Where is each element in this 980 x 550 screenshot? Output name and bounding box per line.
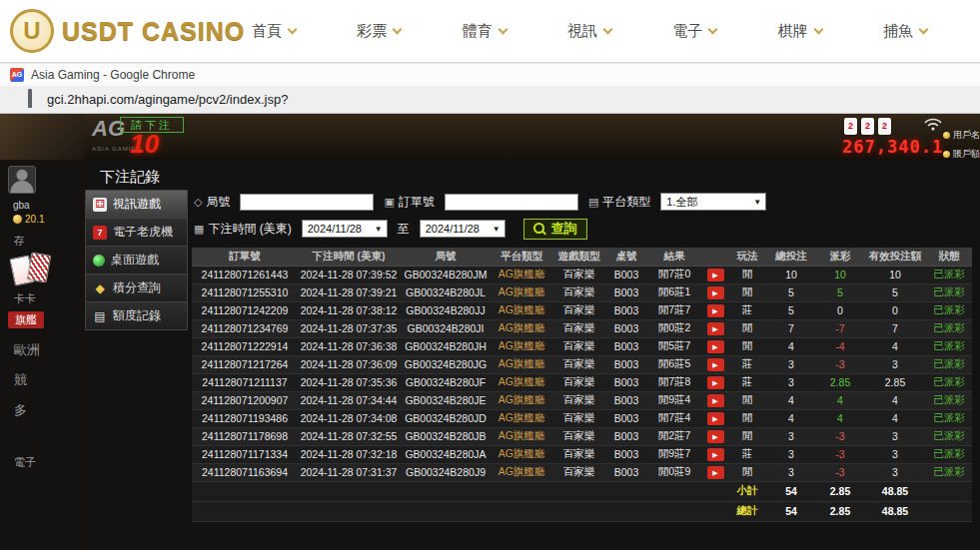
records-icon: ▤ bbox=[93, 309, 107, 323]
cell-bet-type: 閒 bbox=[728, 409, 766, 427]
cell-total-bet: 3 bbox=[766, 427, 816, 445]
nav-item[interactable]: 體育 bbox=[463, 22, 506, 41]
filter-row-1: ◇ 局號 ▣ 訂單號 ▤ 平台類型 1.全部 ▼ bbox=[194, 191, 976, 213]
date-from-select[interactable]: 2024/11/28 ▼ bbox=[302, 220, 388, 238]
total-label: 總計 bbox=[728, 501, 766, 521]
status-badge: 已派彩 bbox=[926, 409, 972, 427]
replay-button[interactable]: ▶ bbox=[707, 304, 724, 317]
cell-table-no: B003 bbox=[606, 319, 646, 337]
column-header: 總投注 bbox=[766, 248, 816, 266]
cell-platform: AG旗艦廳 bbox=[491, 319, 551, 337]
cell-bet-time: 2024-11-28 07:34:08 bbox=[298, 409, 400, 427]
points-icon: ◆ bbox=[93, 281, 107, 295]
nav-item[interactable]: 彩票 bbox=[357, 22, 401, 41]
cell-bet-type: 閒 bbox=[728, 337, 766, 355]
sidebar-item[interactable]: 7 電子老虎機 bbox=[85, 218, 188, 247]
modal-title: 下注記錄 bbox=[85, 160, 980, 193]
replay-button[interactable]: ▶ bbox=[707, 466, 724, 479]
sidebar-item[interactable]: ⚃ 視訊遊戲 bbox=[85, 190, 188, 219]
account-dot-icon bbox=[943, 151, 950, 158]
nav-item[interactable]: 首頁 bbox=[252, 22, 296, 41]
lobby-menu-fragment: 存 bbox=[14, 234, 25, 249]
sidebar-item[interactable]: 桌面遊戲 bbox=[85, 246, 188, 275]
replay-button[interactable]: ▶ bbox=[707, 269, 724, 281]
status-badge: 已派彩 bbox=[926, 266, 972, 283]
cell-bet-time: 2024-11-28 07:35:36 bbox=[298, 373, 400, 391]
cards-image bbox=[12, 254, 56, 287]
cell-round-id: GB00324B280JF bbox=[400, 373, 491, 391]
cell-payout: -7 bbox=[816, 319, 864, 337]
cell-result: 閒5莊7 bbox=[646, 337, 702, 355]
chevron-down-icon: ▼ bbox=[753, 198, 761, 207]
cell-replay: ▶ bbox=[702, 409, 728, 427]
cell-valid-bet: 3 bbox=[864, 355, 926, 373]
table-row: 241128071242209 2024-11-28 07:38:12 GB00… bbox=[192, 301, 972, 319]
sidebar-item[interactable]: ◆ 積分查詢 bbox=[85, 274, 188, 302]
search-button-label: 查詢 bbox=[551, 220, 577, 238]
lock-icon[interactable] bbox=[28, 91, 38, 109]
bet-table-totals: 小計 54 2.85 48.85 總計 54 2.85 48.85 bbox=[192, 481, 972, 521]
nav-item[interactable]: 電子 bbox=[672, 22, 716, 41]
cell-total-bet: 3 bbox=[766, 463, 816, 481]
filter-row-2: ▦ 下注時間 (美東) 2024/11/28 ▼ 至 2024/11/28 ▼ bbox=[194, 218, 976, 240]
cell-result: 閒9莊4 bbox=[646, 391, 702, 409]
cell-platform: AG旗艦廳 bbox=[491, 337, 551, 355]
date-to-select[interactable]: 2024/11/28 ▼ bbox=[420, 220, 505, 238]
cell-replay: ▶ bbox=[702, 391, 728, 409]
main-nav: 首頁 彩票 體育 視訊 電子 棋牌 捕魚 bbox=[252, 0, 927, 62]
nav-item[interactable]: 捕魚 bbox=[883, 22, 927, 41]
records-content: ◇ 局號 ▣ 訂單號 ▤ 平台類型 1.全部 ▼ bbox=[192, 191, 976, 550]
platform-type-select[interactable]: 1.全部 ▼ bbox=[660, 193, 766, 211]
cell-result: 閒0莊9 bbox=[646, 463, 702, 481]
table-row: 241128071234769 2024-11-28 07:37:35 GB00… bbox=[192, 319, 972, 337]
cell-bet-time: 2024-11-28 07:34:44 bbox=[298, 391, 400, 409]
replay-button[interactable]: ▶ bbox=[707, 430, 724, 443]
site-logo[interactable]: U USDT CASINO bbox=[10, 9, 245, 53]
cell-bet-type: 閒 bbox=[728, 266, 766, 283]
replay-button[interactable]: ▶ bbox=[707, 340, 724, 353]
cell-platform: AG旗艦廳 bbox=[491, 355, 551, 373]
cell-round-id: GB00324B280JL bbox=[400, 283, 491, 301]
cards-row: 222 bbox=[844, 118, 891, 135]
cell-total-bet: 3 bbox=[766, 355, 816, 373]
cell-table-no: B003 bbox=[606, 266, 646, 283]
search-button[interactable]: 查詢 bbox=[523, 219, 587, 240]
nav-item-label: 棋牌 bbox=[778, 22, 808, 41]
replay-button[interactable]: ▶ bbox=[707, 286, 724, 299]
sidebar-item-label: 積分查詢 bbox=[113, 279, 161, 296]
replay-button[interactable]: ▶ bbox=[707, 376, 724, 389]
cell-order-id: 241128071193486 bbox=[192, 409, 298, 427]
sidebar-item[interactable]: ▤ 額度記錄 bbox=[85, 301, 188, 330]
table-row: 241128071222914 2024-11-28 07:36:38 GB00… bbox=[192, 337, 972, 355]
replay-button[interactable]: ▶ bbox=[707, 448, 724, 461]
cell-valid-bet: 2.85 bbox=[864, 373, 926, 391]
browser-titlebar: AG Asia Gaming - Google Chrome bbox=[0, 62, 980, 86]
address-bar[interactable]: gci.2hhapi.com/agingame/pcv2/index.jsp? bbox=[0, 86, 980, 114]
table-row: 241128071171334 2024-11-28 07:32:18 GB00… bbox=[192, 445, 972, 463]
replay-button[interactable]: ▶ bbox=[707, 394, 724, 407]
order-input[interactable] bbox=[445, 194, 578, 211]
round-label-text: 局號 bbox=[206, 194, 230, 211]
cell-table-no: B003 bbox=[606, 427, 646, 445]
lobby-right-labels: 用戶名稱 賬戶額度 bbox=[943, 129, 980, 161]
ag-favicon-icon: AG bbox=[10, 68, 24, 82]
window-title: Asia Gaming - Google Chrome bbox=[31, 68, 195, 82]
cell-valid-bet: 4 bbox=[864, 391, 926, 409]
nav-item-label: 視訊 bbox=[567, 22, 597, 41]
round-label: ◇ 局號 bbox=[194, 194, 230, 211]
cell-total-bet: 5 bbox=[766, 283, 816, 301]
cell-payout: 0 bbox=[816, 301, 864, 319]
account-dot-icon bbox=[943, 132, 950, 139]
replay-button[interactable]: ▶ bbox=[707, 358, 724, 371]
nav-item[interactable]: 棋牌 bbox=[778, 22, 822, 41]
nav-item[interactable]: 視訊 bbox=[567, 22, 611, 41]
nav-item-label: 彩票 bbox=[357, 22, 387, 41]
round-input[interactable] bbox=[240, 194, 374, 211]
cell-result: 閒0莊2 bbox=[646, 319, 702, 337]
score-led-display: 267,340.1 bbox=[842, 137, 943, 157]
cell-bet-type: 莊 bbox=[728, 355, 766, 373]
cell-payout: 5 bbox=[816, 283, 864, 301]
replay-button[interactable]: ▶ bbox=[707, 412, 724, 425]
replay-button[interactable]: ▶ bbox=[707, 322, 724, 335]
column-header: 有效投注額 bbox=[864, 248, 926, 266]
